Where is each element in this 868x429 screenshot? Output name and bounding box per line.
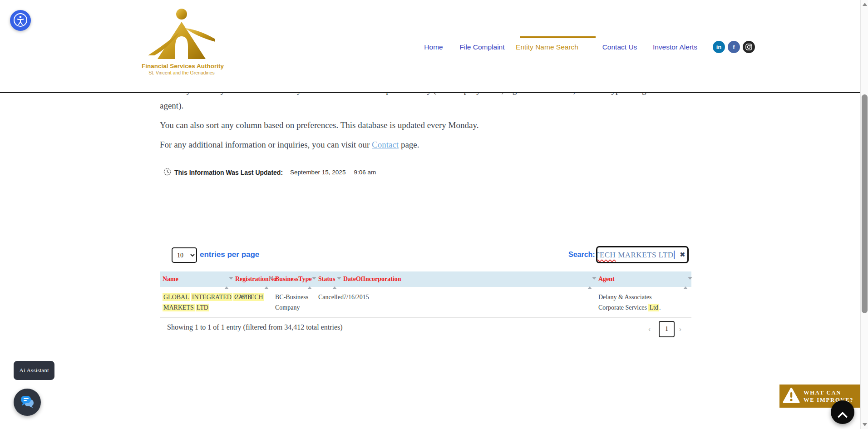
page-size-select[interactable]: 10 bbox=[172, 247, 197, 263]
nav-investor-alerts[interactable]: Investor Alerts bbox=[653, 43, 697, 51]
table-header-row: Name RegistrationNo BusinessType Status … bbox=[160, 271, 691, 287]
ai-assistant-badge: Ai Assistant bbox=[14, 361, 54, 380]
nav-home[interactable]: Home bbox=[424, 43, 443, 51]
agent-line-1: Delany & Associates bbox=[598, 292, 691, 302]
site-header: Financial Services Authority St. Vincent… bbox=[0, 0, 860, 93]
feedback-banner-line-1: WHAT CAN bbox=[804, 389, 853, 396]
pagination-next[interactable]: › bbox=[679, 325, 681, 333]
column-header-status[interactable]: Status bbox=[316, 271, 340, 287]
intro-paragraph-line-4: For any additional information or inquir… bbox=[160, 140, 419, 150]
column-header-dateofincorporation[interactable]: DateOfIncorporation bbox=[340, 271, 596, 287]
highlighted-word: MARKETS bbox=[163, 304, 195, 311]
cell-date-of-incorporation: 7/16/2015 bbox=[340, 287, 596, 317]
last-updated-row: This Information Was Last Updated:Septem… bbox=[163, 168, 376, 177]
column-label: BusinessType bbox=[275, 276, 312, 282]
column-label: Agent bbox=[598, 276, 615, 282]
pagination-page-1[interactable]: 1 bbox=[659, 321, 675, 337]
intro-paragraph-line-2: agent). bbox=[160, 101, 183, 111]
cell-status: Cancelled bbox=[316, 287, 340, 317]
scrollbar-down-arrow-icon[interactable] bbox=[863, 423, 867, 426]
fsa-logo[interactable]: Financial Services Authority St. Vincent… bbox=[145, 8, 218, 75]
intro-text-suffix: page. bbox=[399, 140, 419, 149]
cell-name: GLOBALINTEGRATEDCAPTECH MARKETSLTD bbox=[160, 287, 232, 317]
scrollbar-thumb[interactable] bbox=[862, 94, 868, 313]
search-text: MARKETS LTD bbox=[616, 251, 673, 259]
nav-contact-us[interactable]: Contact Us bbox=[602, 43, 637, 51]
chevron-up-icon bbox=[838, 412, 848, 422]
clear-search-icon[interactable]: ✖ bbox=[680, 251, 686, 259]
highlighted-word: LTD bbox=[196, 304, 209, 311]
scrollbar[interactable] bbox=[860, 0, 868, 429]
last-updated-time: 9:06 am bbox=[354, 169, 376, 176]
highlighted-word: GLOBAL bbox=[163, 293, 190, 301]
contact-link[interactable]: Contact bbox=[372, 140, 399, 149]
text-caret bbox=[674, 251, 675, 259]
pagination-previous[interactable]: ‹ bbox=[648, 325, 651, 333]
last-updated-label: This Information Was Last Updated: bbox=[174, 169, 283, 176]
cell-registration-no: 22818 bbox=[232, 287, 272, 317]
chat-bubbles-icon bbox=[20, 404, 35, 411]
chat-button[interactable] bbox=[14, 389, 41, 416]
column-header-name[interactable]: Name bbox=[160, 271, 232, 287]
facebook-icon[interactable]: f bbox=[728, 41, 740, 53]
clock-history-icon bbox=[163, 168, 171, 176]
logo-title: Financial Services Authority bbox=[142, 63, 222, 69]
last-updated-date: September 15, 2025 bbox=[290, 169, 345, 176]
column-header-registrationno[interactable]: RegistrationNo bbox=[232, 271, 272, 287]
scroll-to-top-button[interactable] bbox=[831, 400, 854, 424]
search-label: Search: bbox=[568, 251, 595, 259]
highlighted-word: INTEGRATED bbox=[191, 293, 232, 301]
entries-per-page-label: entries per page bbox=[200, 250, 259, 259]
logo-subtitle: St. Vincent and the Grenadines bbox=[145, 70, 218, 75]
instagram-icon[interactable] bbox=[743, 41, 755, 53]
cell-business-type: BC-Business Company bbox=[272, 287, 316, 317]
linkedin-icon[interactable]: in bbox=[713, 41, 725, 53]
column-header-businesstype[interactable]: BusinessType bbox=[272, 271, 316, 287]
entity-table: Name RegistrationNo BusinessType Status … bbox=[160, 271, 691, 318]
search-input[interactable]: TECH MARKETS LTD ✖ bbox=[596, 246, 689, 263]
search-text-misspelled: TECH bbox=[596, 251, 616, 259]
scrollbar-up-arrow-icon[interactable] bbox=[863, 3, 867, 6]
accessibility-button[interactable] bbox=[10, 10, 31, 31]
table-info: Showing 1 to 1 of 1 entry (filtered from… bbox=[167, 323, 343, 331]
highlighted-word: Ltd bbox=[648, 304, 659, 311]
table-row: GLOBALINTEGRATEDCAPTECH MARKETSLTD 22818… bbox=[160, 287, 691, 318]
intro-text: For any additional information or inquir… bbox=[160, 140, 372, 149]
column-label: Name bbox=[163, 276, 178, 282]
column-label: DateOfIncorporation bbox=[343, 276, 401, 282]
nav-file-complaint[interactable]: File Complaint bbox=[459, 43, 504, 51]
intro-paragraph-line-3: You can also sort any column based on pr… bbox=[160, 120, 478, 130]
nav-entity-name-search[interactable]: Entity Name Search bbox=[516, 43, 578, 51]
column-header-agent[interactable]: Agent bbox=[596, 271, 691, 287]
warning-icon bbox=[783, 387, 800, 405]
fsa-logo-icon bbox=[145, 8, 218, 61]
agent-line-2: Corporate Services Ltd. bbox=[598, 302, 691, 313]
active-nav-indicator bbox=[520, 36, 596, 38]
accessibility-icon bbox=[11, 24, 30, 30]
cell-agent: Delany & Associates Corporate Services L… bbox=[596, 287, 691, 317]
